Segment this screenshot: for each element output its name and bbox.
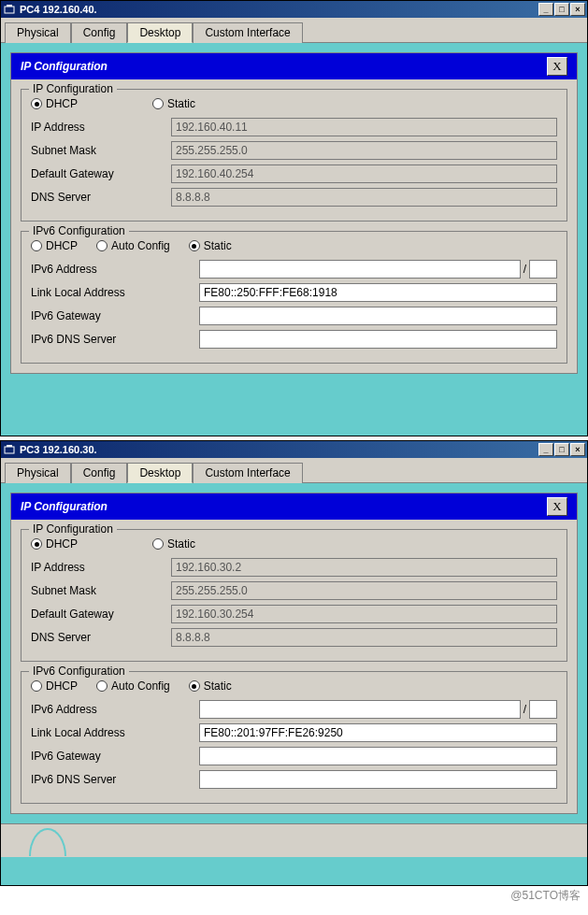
- ipv6-auto-option[interactable]: Auto Config: [96, 239, 170, 252]
- tab-row: Physical Config Desktop Custom Interface: [1, 18, 587, 43]
- default-gateway-field[interactable]: [171, 605, 557, 623]
- panel-close-button[interactable]: X: [547, 57, 567, 76]
- tab-config[interactable]: Config: [71, 463, 128, 483]
- ipv6-configuration-group: IPv6 Configuration DHCP Auto Config Stat…: [21, 231, 567, 364]
- ipv6-dhcp-option[interactable]: DHCP: [31, 239, 78, 252]
- app-icon: [3, 3, 16, 16]
- link-local-field[interactable]: [199, 723, 557, 742]
- ip-address-field[interactable]: [171, 118, 557, 136]
- ipv6-address-field[interactable]: [199, 260, 521, 279]
- radio-ipv6-auto[interactable]: [96, 680, 108, 692]
- dhcp-label: DHCP: [46, 537, 78, 550]
- ipv6-static-option[interactable]: Static: [189, 679, 232, 693]
- ip-address-label: IP Address: [31, 121, 171, 134]
- ipv6-address-label: IPv6 Address: [31, 703, 199, 716]
- ipv6-address-label: IPv6 Address: [31, 263, 199, 276]
- dhcp-option[interactable]: DHCP: [31, 97, 78, 110]
- static-label: Static: [167, 97, 195, 110]
- radio-ipv6-auto[interactable]: [96, 240, 108, 251]
- static-option[interactable]: Static: [152, 537, 195, 550]
- close-button[interactable]: ×: [570, 443, 585, 456]
- radio-dhcp[interactable]: [31, 538, 42, 550]
- ipv6-dns-field[interactable]: [199, 770, 557, 789]
- ipv6-dhcp-option[interactable]: DHCP: [31, 679, 78, 693]
- tab-config[interactable]: Config: [71, 22, 128, 43]
- app-icon: [3, 443, 16, 456]
- panel-title: IP Configuration: [21, 60, 547, 73]
- link-local-field[interactable]: [199, 283, 557, 302]
- panel-title-bar: IP Configuration X: [11, 53, 577, 79]
- title-bar[interactable]: PC3 192.160.30. _ □ ×: [1, 441, 587, 458]
- default-gateway-field[interactable]: [171, 164, 557, 183]
- ipv6-static-option[interactable]: Static: [189, 239, 232, 252]
- ipv6-auto-option[interactable]: Auto Config: [96, 679, 170, 693]
- radio-ipv6-dhcp[interactable]: [31, 240, 42, 251]
- radio-ipv6-static[interactable]: [189, 680, 200, 692]
- subnet-mask-field[interactable]: [171, 141, 557, 160]
- window-pc4: PC4 192.160.40. _ □ × Physical Config De…: [0, 0, 588, 436]
- radio-ipv6-static[interactable]: [189, 240, 200, 251]
- ipv6-mode-row: DHCP Auto Config Static: [31, 239, 557, 252]
- ipv6-mode-row: DHCP Auto Config Static: [31, 679, 557, 693]
- subnet-mask-field[interactable]: [171, 581, 557, 600]
- window-controls: _ □ ×: [538, 443, 585, 456]
- ipv6-config-legend: IPv6 Configuration: [29, 224, 129, 237]
- default-gateway-label: Default Gateway: [31, 608, 171, 621]
- dhcp-option[interactable]: DHCP: [31, 537, 78, 550]
- link-local-label: Link Local Address: [31, 286, 199, 299]
- ipv6-gateway-label: IPv6 Gateway: [31, 750, 199, 763]
- radio-static[interactable]: [152, 98, 164, 109]
- ipv6-address-field[interactable]: [199, 700, 521, 719]
- desktop-bottom-strip: [1, 823, 587, 857]
- tab-physical[interactable]: Physical: [5, 22, 71, 43]
- panel-close-button[interactable]: X: [547, 497, 567, 516]
- window-controls: _ □ ×: [538, 3, 585, 16]
- ip-mode-row: DHCP Static: [31, 97, 557, 110]
- panel-title: IP Configuration: [21, 500, 547, 513]
- ip-address-field[interactable]: [171, 558, 557, 577]
- ipv6-static-label: Static: [204, 679, 232, 693]
- radio-dhcp[interactable]: [31, 98, 42, 109]
- ipv6-gateway-field[interactable]: [199, 747, 557, 765]
- radio-ipv6-dhcp[interactable]: [31, 680, 42, 692]
- subnet-mask-label: Subnet Mask: [31, 144, 171, 157]
- dhcp-label: DHCP: [46, 97, 78, 110]
- ip-config-legend: IP Configuration: [29, 522, 117, 536]
- tab-custom-interface[interactable]: Custom Interface: [193, 22, 302, 43]
- default-gateway-label: Default Gateway: [31, 167, 171, 180]
- desktop-content: IP Configuration X IP Configuration DHCP…: [1, 483, 587, 885]
- tab-physical[interactable]: Physical: [5, 463, 71, 483]
- minimize-button[interactable]: _: [538, 3, 553, 16]
- static-label: Static: [167, 537, 195, 550]
- svg-rect-1: [7, 5, 12, 7]
- tab-custom-interface[interactable]: Custom Interface: [193, 463, 302, 483]
- title-bar[interactable]: PC4 192.160.40. _ □ ×: [1, 1, 587, 18]
- tab-desktop[interactable]: Desktop: [127, 22, 193, 43]
- radio-static[interactable]: [152, 538, 164, 550]
- ipv6-dns-label: IPv6 DNS Server: [31, 333, 199, 346]
- ipv6-auto-label: Auto Config: [111, 239, 170, 252]
- dns-server-label: DNS Server: [31, 191, 171, 204]
- prefix-slash: /: [521, 703, 529, 716]
- close-button[interactable]: ×: [570, 3, 585, 16]
- ip-mode-row: DHCP Static: [31, 537, 557, 550]
- maximize-button[interactable]: □: [554, 443, 569, 456]
- ipv6-gateway-field[interactable]: [199, 307, 557, 325]
- tab-desktop[interactable]: Desktop: [127, 463, 193, 483]
- dns-server-label: DNS Server: [31, 631, 171, 644]
- maximize-button[interactable]: □: [554, 3, 569, 16]
- minimize-button[interactable]: _: [538, 443, 553, 456]
- dns-server-field[interactable]: [171, 188, 557, 207]
- ipv6-prefix-field[interactable]: [529, 700, 557, 719]
- globe-icon: [29, 828, 66, 856]
- dns-server-field[interactable]: [171, 628, 557, 647]
- static-option[interactable]: Static: [152, 97, 195, 110]
- ipv6-dhcp-label: DHCP: [46, 679, 78, 693]
- ipv6-dns-field[interactable]: [199, 330, 557, 349]
- subnet-mask-label: Subnet Mask: [31, 584, 171, 597]
- ipv6-dhcp-label: DHCP: [46, 239, 78, 252]
- window-title: PC3 192.160.30.: [20, 444, 538, 455]
- ip-configuration-group: IP Configuration DHCP Static IP Address …: [21, 529, 567, 662]
- ipv6-gateway-label: IPv6 Gateway: [31, 309, 199, 322]
- ipv6-prefix-field[interactable]: [529, 260, 557, 279]
